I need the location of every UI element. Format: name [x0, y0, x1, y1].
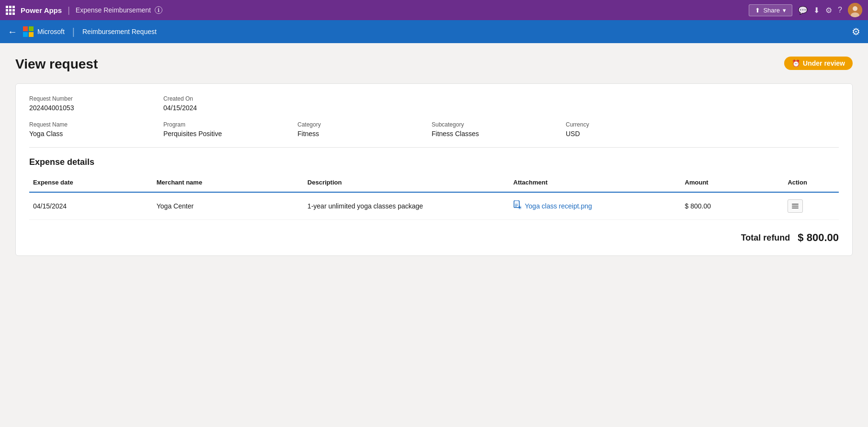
- total-refund-label: Total refund: [741, 233, 790, 243]
- svg-rect-12: [792, 206, 799, 207]
- status-badge: ⏰ Under review: [784, 57, 853, 70]
- expense-action-cell: [784, 192, 839, 220]
- expense-table: Expense date Merchant name Description A…: [29, 175, 839, 220]
- svg-rect-13: [792, 208, 799, 208]
- page-header: View request ⏰ Under review: [15, 57, 853, 72]
- clock-icon: ⏰: [792, 59, 800, 67]
- category-value: Fitness: [297, 130, 432, 138]
- col-header-merchant: Merchant name: [153, 175, 304, 192]
- created-on-field: Created On 04/15/2024: [163, 95, 839, 112]
- page-title: View request: [15, 57, 98, 72]
- program-field: Program Perquisites Positive: [163, 121, 297, 138]
- action-button[interactable]: [788, 199, 803, 213]
- microsoft-brand-label: Microsoft: [37, 28, 65, 35]
- app-title: Power Apps: [21, 6, 62, 14]
- request-name-label: Request Name: [29, 121, 163, 128]
- currency-value: USD: [566, 130, 839, 138]
- sub-separator: |: [72, 26, 75, 37]
- sub-bar-page-title: Reimbursement Request: [82, 28, 157, 35]
- waffle-icon[interactable]: [6, 6, 15, 15]
- subcategory-value: Fitness Classes: [432, 130, 566, 138]
- svg-rect-11: [792, 204, 799, 205]
- currency-label: Currency: [566, 121, 839, 128]
- expense-amount-cell: $ 800.00: [681, 192, 784, 220]
- total-refund-row: Total refund $ 800.00: [29, 228, 839, 244]
- expense-merchant-cell: Yoga Center: [153, 192, 304, 220]
- attachment-link[interactable]: Yoga class receipt.png: [514, 200, 677, 212]
- request-name-field: Request Name Yoga Class: [29, 121, 163, 138]
- expense-details-section: Expense details Expense date Merchant na…: [29, 157, 839, 244]
- col-header-attachment: Attachment: [510, 175, 681, 192]
- share-icon: ⬆: [755, 7, 760, 14]
- currency-field: Currency USD: [566, 121, 839, 138]
- top-navigation-bar: Power Apps | Expense Reimbursement ℹ ⬆ S…: [0, 0, 868, 20]
- settings-icon[interactable]: ⚙: [825, 6, 832, 15]
- col-header-date: Expense date: [29, 175, 153, 192]
- table-header-row: Expense date Merchant name Description A…: [29, 175, 839, 192]
- subcategory-field: Subcategory Fitness Classes: [432, 121, 566, 138]
- chevron-down-icon: ▾: [783, 7, 786, 14]
- request-card: Request Number 202404001053 Created On 0…: [15, 83, 853, 256]
- svg-point-1: [853, 6, 857, 11]
- expense-attachment-cell: Yoga class receipt.png: [510, 192, 681, 220]
- help-icon[interactable]: ?: [838, 6, 842, 14]
- col-header-description: Description: [304, 175, 510, 192]
- main-content-area: View request ⏰ Under review Request Numb…: [0, 43, 868, 427]
- expense-date-cell: 04/15/2024: [29, 192, 153, 220]
- program-label: Program: [163, 121, 297, 128]
- back-button[interactable]: ←: [8, 27, 17, 36]
- request-number-label: Request Number: [29, 95, 163, 102]
- comment-icon[interactable]: 💬: [798, 6, 808, 15]
- expense-description-cell: 1-year unlimited yoga classes package: [304, 192, 510, 220]
- col-header-action: Action: [784, 175, 839, 192]
- program-value: Perquisites Positive: [163, 130, 297, 138]
- download-icon[interactable]: ⬇: [813, 6, 820, 15]
- microsoft-logo: Microsoft: [23, 26, 65, 37]
- total-refund-amount: $ 800.00: [798, 231, 839, 244]
- category-label: Category: [297, 121, 432, 128]
- col-header-amount: Amount: [681, 175, 784, 192]
- expense-details-title: Expense details: [29, 157, 839, 167]
- request-meta-row: Request Number 202404001053 Created On 0…: [29, 95, 839, 112]
- category-field: Category Fitness: [297, 121, 432, 138]
- request-detail-row: Request Name Yoga Class Program Perquisi…: [29, 121, 839, 148]
- share-button[interactable]: ⬆ Share ▾: [749, 4, 792, 16]
- file-icon: [514, 200, 522, 212]
- info-icon[interactable]: ℹ: [155, 6, 162, 14]
- request-number-field: Request Number 202404001053: [29, 95, 163, 112]
- sub-bar-gear-icon[interactable]: ⚙: [852, 26, 860, 37]
- table-row: 04/15/2024 Yoga Center 1-year unlimited …: [29, 192, 839, 220]
- title-separator: |: [68, 5, 70, 15]
- request-number-value: 202404001053: [29, 104, 163, 112]
- attachment-filename: Yoga class receipt.png: [525, 202, 592, 210]
- created-on-label: Created On: [163, 95, 839, 102]
- subcategory-label: Subcategory: [432, 121, 566, 128]
- created-on-value: 04/15/2024: [163, 104, 839, 112]
- status-badge-label: Under review: [803, 59, 845, 67]
- sub-navigation-bar: ← Microsoft | Reimbursement Request ⚙: [0, 20, 868, 43]
- avatar[interactable]: [848, 3, 862, 17]
- svg-rect-4: [515, 201, 518, 203]
- app-module-name: Expense Reimbursement: [76, 6, 151, 14]
- request-name-value: Yoga Class: [29, 130, 163, 138]
